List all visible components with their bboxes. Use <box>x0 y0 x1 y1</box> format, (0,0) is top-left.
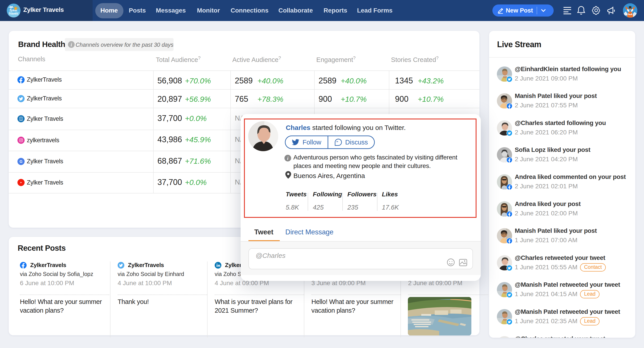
svg-text:G: G <box>20 160 22 164</box>
svg-text:i: i <box>287 156 288 161</box>
svg-text:Travels: Travels <box>9 12 18 15</box>
svg-text:Zylker: Zylker <box>10 9 18 12</box>
svg-text:”: ” <box>336 140 338 144</box>
svg-text:i: i <box>71 42 72 47</box>
